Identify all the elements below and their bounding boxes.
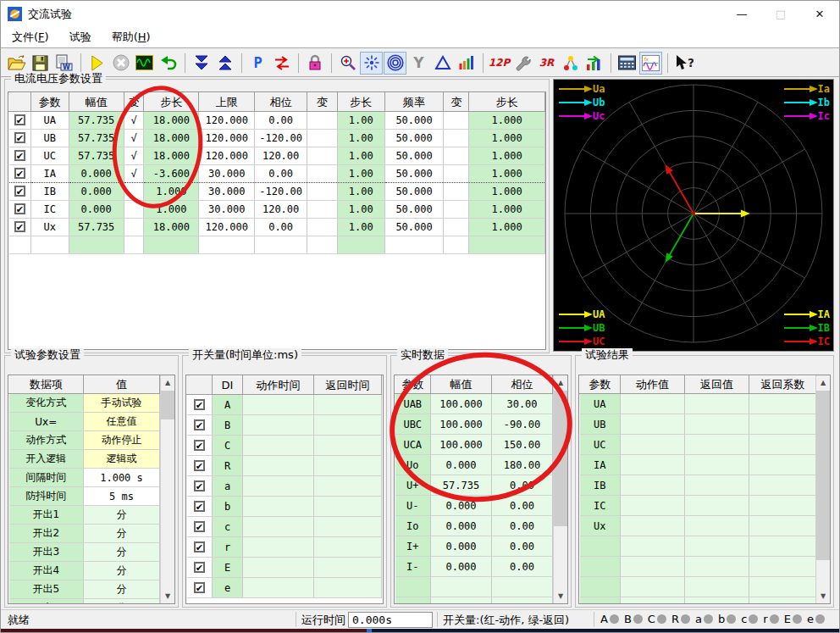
cell[interactable]: 50.000 bbox=[384, 147, 444, 165]
cell[interactable]: 1.000 bbox=[144, 183, 199, 201]
phase-display-button[interactable]: P bbox=[246, 52, 269, 75]
cell[interactable]: 50.000 bbox=[384, 130, 444, 147]
cell[interactable]: 1.000 bbox=[469, 165, 545, 183]
cell[interactable]: 18.000 bbox=[144, 219, 199, 236]
cell[interactable]: 分 bbox=[84, 562, 160, 580]
minimize-button[interactable]: — bbox=[722, 1, 761, 27]
cell[interactable]: 0.000 bbox=[69, 183, 124, 201]
cell[interactable]: √ bbox=[124, 165, 144, 183]
cell[interactable]: √ bbox=[124, 130, 144, 147]
menu-item-文件F[interactable]: 文件(F) bbox=[4, 27, 57, 47]
cell[interactable]: 18.000 bbox=[144, 147, 199, 165]
cell[interactable] bbox=[444, 130, 469, 147]
export-report-button[interactable]: W bbox=[52, 52, 75, 75]
harmonic-bars-button[interactable] bbox=[455, 52, 478, 75]
row-checkbox[interactable]: ✔ bbox=[194, 419, 205, 430]
cell[interactable]: 5 ms bbox=[84, 487, 160, 506]
scroll-thumb[interactable] bbox=[161, 391, 174, 419]
cell[interactable]: 120.000 bbox=[199, 130, 255, 147]
row-checkbox[interactable]: ✔ bbox=[194, 521, 205, 532]
undo-button[interactable] bbox=[157, 52, 180, 75]
cell[interactable]: 1.000 bbox=[469, 130, 545, 147]
flash-output-button[interactable] bbox=[360, 52, 383, 75]
cell[interactable] bbox=[307, 219, 338, 236]
row-checkbox[interactable]: ✔ bbox=[14, 186, 25, 197]
step-up-button[interactable] bbox=[213, 52, 236, 75]
maximize-button[interactable]: □ bbox=[761, 1, 800, 27]
cell[interactable]: -120.00 bbox=[255, 183, 307, 201]
cell[interactable]: 1.000 bbox=[469, 183, 545, 201]
row-checkbox[interactable]: ✔ bbox=[194, 440, 205, 451]
cell[interactable]: 50.000 bbox=[384, 201, 444, 219]
tools-button[interactable] bbox=[511, 52, 534, 75]
cell[interactable]: 分 bbox=[84, 599, 160, 605]
start-test-button[interactable] bbox=[86, 52, 108, 75]
cell[interactable]: 0.00 bbox=[255, 112, 307, 130]
oscilloscope-button[interactable] bbox=[133, 52, 156, 75]
cell[interactable]: 0.000 bbox=[69, 165, 124, 183]
cell[interactable]: 57.735 bbox=[69, 219, 124, 236]
cell[interactable]: 120.000 bbox=[199, 112, 255, 130]
cell[interactable]: 1.00 bbox=[337, 112, 384, 130]
cell[interactable]: 1.000 bbox=[469, 201, 545, 219]
cell[interactable] bbox=[307, 201, 338, 219]
cell[interactable]: 1.000 bbox=[144, 201, 199, 219]
close-button[interactable]: ✕ bbox=[800, 1, 839, 27]
cell[interactable] bbox=[124, 201, 144, 219]
scroll-up-icon[interactable]: ▲ bbox=[816, 375, 830, 390]
cell[interactable]: √ bbox=[124, 147, 144, 165]
reverse-phase-button[interactable] bbox=[270, 52, 293, 75]
cell[interactable]: 1.000 bbox=[469, 112, 545, 130]
context-help-button[interactable]: ? bbox=[672, 52, 695, 75]
lock-button[interactable] bbox=[303, 52, 326, 75]
scroll-down-icon[interactable]: ▼ bbox=[816, 589, 830, 603]
row-checkbox[interactable]: ✔ bbox=[14, 132, 25, 143]
open-file-button[interactable] bbox=[5, 52, 28, 75]
cell[interactable]: 1.000 s bbox=[84, 469, 160, 487]
wye-connection-button[interactable]: Y bbox=[407, 52, 430, 75]
cell[interactable]: -120.00 bbox=[255, 130, 307, 147]
cell[interactable]: 1.00 bbox=[337, 183, 384, 201]
cell[interactable]: 120.000 bbox=[199, 147, 255, 165]
cell[interactable] bbox=[124, 183, 144, 201]
cell[interactable]: √ bbox=[124, 112, 144, 130]
cell[interactable]: -3.600 bbox=[144, 165, 199, 183]
cell[interactable]: 120.00 bbox=[255, 147, 307, 165]
scroll-down-icon[interactable]: ▼ bbox=[161, 589, 174, 603]
cell[interactable]: 120.000 bbox=[199, 219, 255, 236]
row-checkbox[interactable]: ✔ bbox=[194, 460, 205, 471]
cell[interactable] bbox=[307, 165, 338, 183]
scroll-thumb[interactable] bbox=[816, 391, 830, 560]
row-checkbox[interactable]: ✔ bbox=[194, 541, 205, 552]
polar-diagram-button[interactable] bbox=[384, 52, 406, 75]
zoom-in-button[interactable] bbox=[336, 52, 359, 75]
cell[interactable]: 0.00 bbox=[255, 219, 307, 236]
cell[interactable]: 1.00 bbox=[337, 165, 384, 183]
row-checkbox[interactable]: ✔ bbox=[14, 168, 25, 179]
row-checkbox[interactable]: ✔ bbox=[194, 501, 205, 512]
row-checkbox[interactable]: ✔ bbox=[194, 399, 205, 410]
vector-nodes-button[interactable] bbox=[559, 52, 582, 75]
mode-3r-button[interactable]: 3R bbox=[535, 52, 558, 75]
cell[interactable]: 1.000 bbox=[469, 219, 545, 236]
cell[interactable]: 分 bbox=[84, 543, 160, 562]
row-checkbox[interactable]: ✔ bbox=[14, 114, 25, 125]
cell[interactable]: 分 bbox=[84, 580, 160, 599]
cell[interactable] bbox=[444, 201, 469, 219]
cell[interactable]: 50.000 bbox=[384, 183, 444, 201]
cell[interactable]: 30.000 bbox=[199, 165, 255, 183]
cell[interactable]: 57.735 bbox=[69, 147, 124, 165]
cell[interactable]: 50.000 bbox=[384, 112, 444, 130]
scroll-up-icon[interactable]: ▲ bbox=[554, 375, 567, 390]
cell[interactable]: 57.735 bbox=[69, 130, 124, 147]
cell[interactable]: 1.00 bbox=[337, 219, 384, 236]
delta-connection-button[interactable] bbox=[431, 52, 454, 75]
save-file-button[interactable] bbox=[29, 52, 52, 75]
cell[interactable] bbox=[307, 112, 338, 130]
cell[interactable]: 18.000 bbox=[144, 112, 199, 130]
cell[interactable]: 逻辑或 bbox=[84, 450, 160, 469]
cell[interactable]: 50.000 bbox=[384, 165, 444, 183]
realtime-scrollbar[interactable]: ▲ ▼ bbox=[553, 375, 567, 603]
mode-12p-button[interactable]: 12P bbox=[488, 52, 511, 75]
cell[interactable] bbox=[307, 130, 338, 147]
